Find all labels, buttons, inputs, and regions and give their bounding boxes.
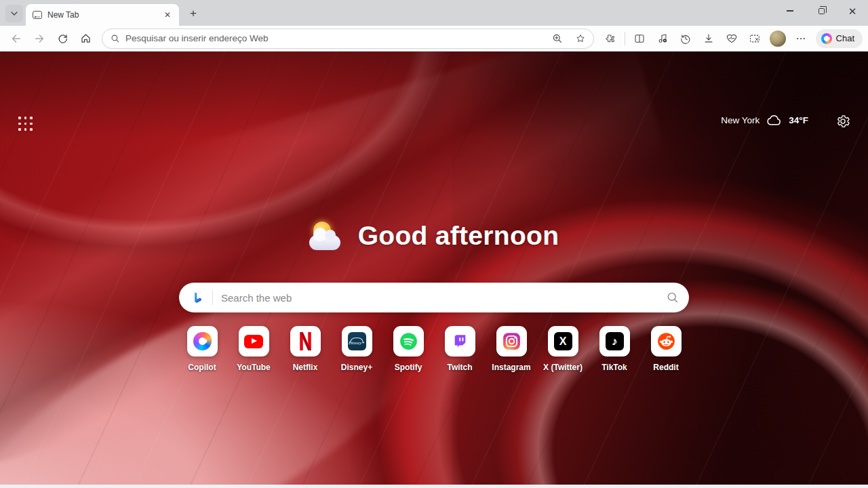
quick-link-reddit[interactable]: Reddit	[640, 326, 692, 372]
web-search-box[interactable]	[179, 283, 689, 312]
copilot-icon	[821, 33, 832, 44]
tab-strip: New Tab ✕ + ✕	[0, 0, 868, 26]
sun-behind-cloud-icon	[309, 222, 344, 250]
quick-links-row: Copilot YouTube Netflix Disney+ Disney	[0, 326, 868, 372]
disney-plus-icon: Disney+	[348, 332, 366, 350]
tab-new-tab[interactable]: New Tab ✕	[26, 4, 179, 26]
web-capture-icon[interactable]	[744, 28, 766, 49]
cloud-icon	[766, 114, 783, 127]
quick-link-copilot[interactable]: Copilot	[176, 326, 228, 372]
tab-search-chevron-icon[interactable]	[5, 5, 23, 22]
page-settings-gear-icon[interactable]	[834, 113, 852, 130]
greeting: Good afternoon	[0, 221, 868, 251]
quick-link-netflix[interactable]: Netflix	[279, 326, 331, 372]
copilot-chat-button[interactable]: Chat	[816, 29, 863, 48]
instagram-icon	[502, 332, 521, 350]
toolbar-divider	[625, 32, 625, 45]
quick-link-twitch[interactable]: Twitch	[434, 326, 486, 372]
media-playback-icon[interactable]	[652, 28, 673, 49]
browser-essentials-icon[interactable]	[721, 28, 743, 49]
quick-link-x-twitter[interactable]: X X (Twitter)	[537, 326, 589, 372]
window-controls: ✕	[774, 0, 868, 22]
address-input[interactable]	[125, 33, 543, 43]
greeting-text: Good afternoon	[358, 221, 559, 251]
split-screen-icon[interactable]	[629, 28, 650, 49]
new-tab-page-icon	[33, 11, 42, 19]
quick-link-disney-plus[interactable]: Disney+ Disney+	[331, 326, 382, 372]
bing-icon	[190, 291, 204, 305]
chat-label: Chat	[836, 33, 854, 43]
quick-link-tiktok[interactable]: ♪ TikTok	[589, 326, 640, 372]
new-tab-button[interactable]: +	[184, 5, 202, 22]
tab-close-icon[interactable]: ✕	[161, 9, 174, 21]
tiktok-icon: ♪	[606, 332, 624, 350]
profile-avatar[interactable]	[767, 28, 789, 49]
history-icon[interactable]	[675, 28, 696, 49]
refresh-icon[interactable]	[52, 28, 73, 49]
apps-launcher-icon[interactable]	[18, 116, 34, 132]
minimize-button[interactable]	[774, 0, 806, 22]
back-icon[interactable]	[5, 28, 27, 49]
quick-link-youtube[interactable]: YouTube	[228, 326, 279, 372]
forward-icon[interactable]	[28, 28, 50, 49]
weather-temperature: 34°F	[789, 115, 808, 125]
copilot-tile-icon	[193, 332, 212, 350]
quick-link-instagram[interactable]: Instagram	[486, 326, 537, 372]
extensions-icon[interactable]	[599, 28, 621, 49]
downloads-icon[interactable]	[698, 28, 719, 49]
restore-button[interactable]	[806, 0, 837, 22]
netflix-icon	[300, 332, 311, 350]
close-button[interactable]: ✕	[837, 0, 868, 22]
favorites-star-icon[interactable]	[572, 30, 589, 47]
web-search-input[interactable]	[221, 292, 658, 304]
address-bar[interactable]	[102, 28, 594, 49]
reddit-icon	[657, 332, 675, 350]
zoom-in-icon[interactable]	[549, 30, 566, 47]
tab-title: New Tab	[47, 10, 156, 20]
toolbar: Chat	[0, 26, 868, 52]
new-tab-page: New York 34°F Good afternoon Copilot	[0, 52, 868, 485]
search-divider	[212, 290, 213, 305]
weather-city: New York	[721, 115, 760, 125]
quick-link-spotify[interactable]: Spotify	[382, 326, 434, 372]
search-submit-icon[interactable]	[666, 291, 679, 304]
twitch-icon	[452, 333, 469, 350]
x-twitter-icon: X	[554, 332, 572, 350]
home-icon[interactable]	[75, 28, 96, 49]
settings-menu-icon[interactable]	[790, 28, 812, 49]
weather-widget[interactable]: New York 34°F	[721, 114, 808, 127]
search-icon	[111, 34, 120, 43]
spotify-icon	[399, 332, 418, 350]
youtube-icon	[244, 335, 263, 348]
